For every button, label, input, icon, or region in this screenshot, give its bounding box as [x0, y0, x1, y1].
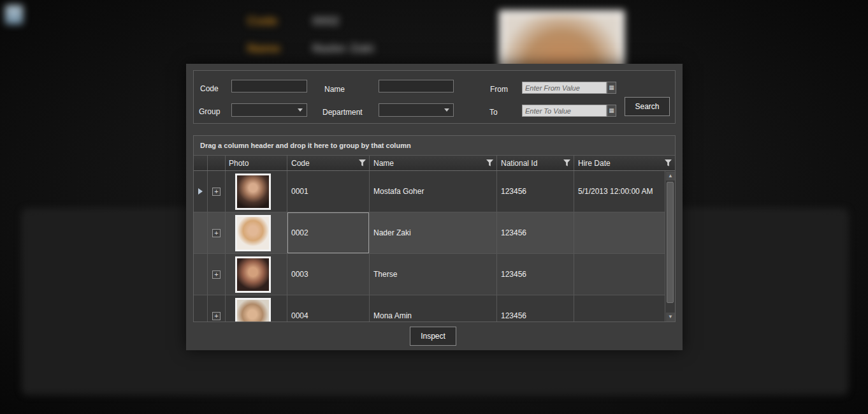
national-id-value: 123456 [501, 187, 526, 196]
row-indicator-cell [194, 171, 208, 212]
filter-icon[interactable] [486, 159, 493, 166]
column-header-label: Name [373, 159, 394, 168]
filter-panel: Code Name From ▦ Group Department To ▦ S… [193, 70, 676, 124]
hire-date-value: 5/1/2013 12:00:00 AM [578, 187, 653, 196]
to-date-input[interactable] [522, 105, 607, 117]
code-cell[interactable]: 0002 [287, 212, 370, 253]
code-cell[interactable]: 0004 [287, 295, 370, 322]
to-calendar-icon[interactable]: ▦ [607, 105, 616, 117]
vertical-scrollbar[interactable]: ▲ ▼ [665, 171, 675, 322]
grid-header-row: Photo Code Name National Id Hire Date [194, 156, 675, 171]
expand-icon[interactable]: + [212, 270, 221, 279]
chevron-down-icon [444, 108, 449, 112]
name-cell[interactable]: Nader Zaki [370, 212, 497, 253]
column-header-photo[interactable]: Photo [226, 156, 287, 170]
national-id-cell[interactable]: 123456 [497, 212, 574, 253]
row-indicator-cell [194, 295, 208, 322]
from-calendar-icon[interactable]: ▦ [607, 82, 616, 94]
hire-date-cell[interactable] [574, 295, 665, 322]
filter-icon[interactable] [665, 159, 672, 166]
national-id-value: 123456 [501, 270, 526, 279]
column-header-code[interactable]: Code [287, 156, 370, 170]
scrollbar-thumb[interactable] [667, 182, 674, 303]
code-input[interactable] [231, 80, 307, 92]
search-dialog: Code Name From ▦ Group Department To ▦ S… [186, 64, 683, 350]
photo-cell[interactable] [226, 254, 287, 295]
name-value: Therse [373, 270, 397, 279]
national-id-value: 123456 [501, 311, 526, 320]
column-header-name[interactable]: Name [370, 156, 497, 170]
employee-photo [235, 256, 271, 293]
hire-date-cell[interactable] [574, 254, 665, 295]
code-label: Code [200, 84, 219, 93]
national-id-cell[interactable]: 123456 [497, 171, 574, 212]
row-indicator-cell [194, 212, 208, 253]
group-dropdown[interactable] [231, 103, 307, 117]
code-value: 0003 [291, 270, 308, 279]
employee-photo [235, 215, 271, 251]
row-indicator-cell [194, 254, 208, 295]
scroll-down-icon[interactable]: ▼ [666, 313, 675, 322]
expand-cell: + [208, 212, 226, 253]
name-cell[interactable]: Therse [370, 254, 497, 295]
indicator-column-header [194, 156, 208, 170]
photo-cell[interactable] [226, 171, 287, 212]
chevron-down-icon [298, 108, 303, 112]
code-cell[interactable]: 0001 [287, 171, 370, 212]
name-value: Mona Amin [373, 311, 412, 320]
search-button[interactable]: Search [625, 97, 670, 116]
filter-icon[interactable] [563, 159, 570, 166]
department-label: Department [322, 108, 363, 117]
column-header-label: Photo [229, 159, 249, 168]
name-value: Mostafa Goher [373, 187, 424, 196]
hire-date-cell[interactable] [574, 212, 665, 253]
code-cell[interactable]: 0003 [287, 254, 370, 295]
column-header-national-id[interactable]: National Id [497, 156, 574, 170]
name-cell[interactable]: Mona Amin [370, 295, 497, 322]
code-value: 0002 [291, 228, 308, 237]
photo-cell[interactable] [226, 295, 287, 322]
group-by-bar[interactable]: Drag a column header and drop it here to… [194, 136, 675, 156]
employee-photo [235, 174, 271, 210]
expand-icon[interactable]: + [212, 188, 221, 196]
employees-grid: Drag a column header and drop it here to… [193, 135, 676, 322]
current-row-arrow-icon [198, 188, 203, 195]
detail-code-label: Code [247, 14, 278, 28]
table-row[interactable]: + 0003 Therse 123456 [194, 254, 665, 295]
photo-cell[interactable] [226, 212, 287, 253]
name-input[interactable] [379, 80, 454, 92]
national-id-value: 123456 [501, 228, 526, 237]
column-header-hire-date[interactable]: Hire Date [574, 156, 675, 170]
detail-name-value: Nader Zaki [312, 41, 374, 55]
expand-icon[interactable]: + [212, 312, 221, 320]
code-value: 0001 [291, 187, 308, 196]
group-label: Group [199, 107, 220, 116]
table-row[interactable]: + 0004 Mona Amin 123456 [194, 295, 665, 322]
column-header-label: National Id [501, 159, 537, 168]
expander-column-header [208, 156, 226, 170]
name-label: Name [324, 85, 345, 94]
hire-date-cell[interactable]: 5/1/2013 12:00:00 AM [574, 171, 665, 212]
code-value: 0004 [291, 311, 308, 320]
column-header-label: Code [291, 159, 310, 168]
inspect-button[interactable]: Inspect [410, 327, 456, 346]
national-id-cell[interactable]: 123456 [497, 254, 574, 295]
grid-body: + 0001 Mostafa Goher 123456 5/1/2013 12:… [194, 171, 665, 322]
table-row[interactable]: + 0002 Nader Zaki 123456 [194, 212, 665, 254]
filter-icon[interactable] [359, 159, 366, 166]
app-icon [5, 5, 23, 24]
employee-photo [235, 298, 271, 323]
table-row[interactable]: + 0001 Mostafa Goher 123456 5/1/2013 12:… [194, 171, 665, 212]
detail-name-label: Name [247, 41, 280, 55]
department-dropdown[interactable] [379, 103, 454, 117]
from-label: From [490, 85, 508, 94]
expand-cell: + [208, 254, 226, 295]
national-id-cell[interactable]: 123456 [497, 295, 574, 322]
from-date-input[interactable] [522, 82, 607, 94]
detail-code-value: 0002 [312, 14, 339, 28]
scroll-up-icon[interactable]: ▲ [666, 172, 675, 181]
expand-cell: + [208, 171, 226, 212]
to-label: To [489, 108, 498, 117]
expand-icon[interactable]: + [212, 229, 221, 237]
name-cell[interactable]: Mostafa Goher [370, 171, 497, 212]
